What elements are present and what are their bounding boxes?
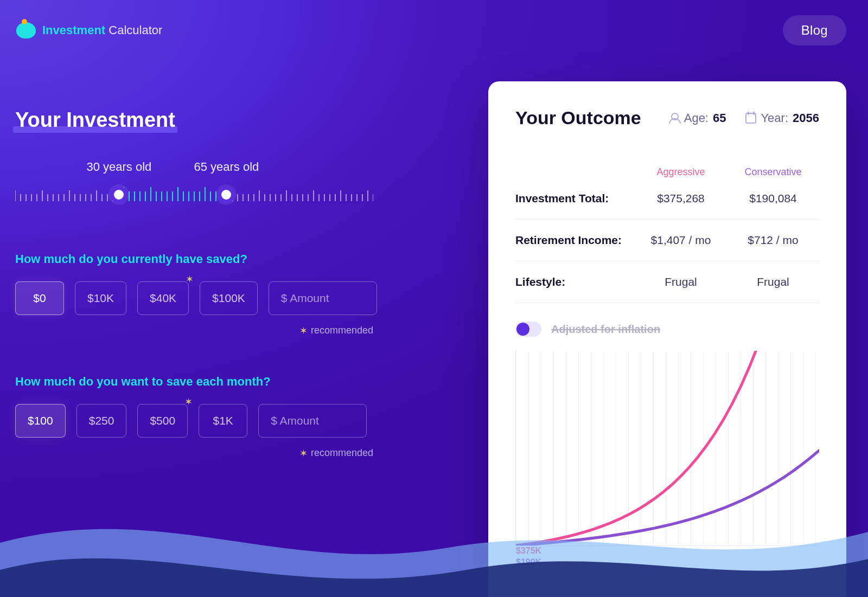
saved-chip-3[interactable]: $100K: [200, 281, 258, 315]
monthly-chip-1[interactable]: $250: [76, 404, 127, 438]
row-label: Lifestyle:: [515, 275, 635, 288]
row-value-conservative: Frugal: [727, 275, 819, 288]
outcome-card: Your Outcome Age:65 Year:2056 Aggressive…: [488, 81, 846, 597]
person-icon: [669, 113, 680, 124]
meta-year-label: Year:: [761, 111, 788, 125]
inflation-toggle-label: Adjusted for inflation: [551, 323, 660, 336]
brand-word-b: Calculator: [105, 23, 162, 37]
sparkle-icon: ✶: [299, 447, 308, 459]
meta-age-value: 65: [713, 111, 726, 125]
slider-age-label: 30 years old: [86, 160, 151, 174]
piggy-bank-icon: [16, 22, 36, 38]
monthly-chip-0[interactable]: $100: [15, 404, 66, 438]
sparkle-icon: ✶: [184, 396, 193, 408]
row-value-conservative: $190,084: [727, 192, 819, 205]
meta-year-value: 2056: [793, 111, 819, 125]
meta-age: Age:65: [669, 111, 726, 125]
meta-year: Year:2056: [745, 111, 819, 125]
saved-amount-input[interactable]: $ Amount: [269, 281, 377, 315]
recommended-text: recommended: [311, 447, 373, 459]
col-header-aggressive: Aggressive: [635, 166, 727, 178]
sparkle-icon: ✶: [186, 273, 194, 285]
brand-word-a: Investment: [42, 23, 105, 37]
slider-knob-start[interactable]: [110, 186, 127, 203]
investment-title: Your Investment: [15, 108, 175, 132]
inflation-toggle[interactable]: [515, 322, 541, 337]
outcome-title: Your Outcome: [515, 107, 641, 129]
sparkle-icon: ✶: [299, 325, 308, 337]
row-label: Retirement Income:: [515, 234, 635, 247]
slider-knob-end[interactable]: [218, 186, 235, 203]
row-value-aggressive: Frugal: [635, 275, 727, 288]
saved-chip-group: $0$10K$40K✶$100K$ Amount: [15, 281, 406, 315]
monthly-chip-3[interactable]: $1K: [199, 404, 247, 438]
saved-chip-0[interactable]: $0: [15, 281, 64, 315]
chart-end-label-conservative: $190K: [516, 557, 541, 568]
saved-chip-2[interactable]: $40K✶: [137, 281, 189, 315]
monthly-amount-input[interactable]: $ Amount: [258, 404, 367, 438]
table-row: Lifestyle:FrugalFrugal: [515, 261, 819, 303]
row-label: Investment Total:: [515, 192, 635, 205]
age-range-slider[interactable]: 30 years old 65 years old: [15, 160, 406, 214]
growth-chart: $375K $190K: [515, 351, 819, 546]
monthly-chip-group: $100$250$500✶$1K$ Amount: [15, 404, 406, 438]
recommended-text: recommended: [311, 325, 373, 337]
table-row: Retirement Income:$1,407 / mo$712 / mo: [515, 219, 819, 261]
meta-age-label: Age:: [684, 111, 709, 125]
blog-button[interactable]: Blog: [783, 15, 846, 46]
slider-retire-label: 65 years old: [194, 160, 259, 174]
brand[interactable]: Investment Calculator: [16, 22, 162, 38]
row-value-conservative: $712 / mo: [727, 234, 819, 247]
chart-end-label-aggressive: $375K: [516, 545, 541, 557]
row-value-aggressive: $375,268: [635, 192, 727, 205]
monthly-chip-2[interactable]: $500✶: [137, 404, 188, 438]
table-row: Investment Total:$375,268$190,084: [515, 178, 819, 219]
recommended-note-monthly: ✶ recommended: [15, 447, 406, 459]
row-value-aggressive: $1,407 / mo: [635, 234, 727, 247]
question-saved: How much do you currently have saved?: [15, 252, 406, 266]
calendar-icon: [745, 113, 756, 124]
recommended-note-saved: ✶ recommended: [15, 325, 406, 337]
ruler-icon: [15, 183, 373, 201]
col-header-conservative: Conservative: [727, 166, 819, 178]
saved-chip-1[interactable]: $10K: [75, 281, 126, 315]
question-monthly: How much do you want to save each month?: [15, 375, 406, 389]
